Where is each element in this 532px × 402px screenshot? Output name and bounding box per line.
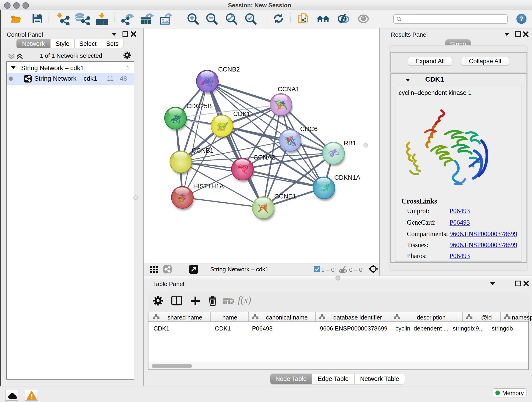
svg-text:CDC6: CDC6: [300, 125, 317, 133]
svg-text:CCNB2: CCNB2: [218, 66, 240, 73]
svg-text:CCNA1: CCNA1: [278, 85, 299, 93]
svg-text:CCNB1: CCNB1: [192, 147, 214, 154]
svg-text:RB1: RB1: [344, 140, 356, 147]
svg-text:CDC25B: CDC25B: [186, 102, 212, 109]
svg-text:CDK1: CDK1: [233, 110, 250, 117]
svg-text:HIST1H1A: HIST1H1A: [193, 183, 224, 190]
svg-text:CCNA2: CCNA2: [253, 154, 275, 161]
svg-text:CCNE1: CCNE1: [274, 193, 296, 200]
svg-text:CDKN1A: CDKN1A: [334, 174, 360, 181]
